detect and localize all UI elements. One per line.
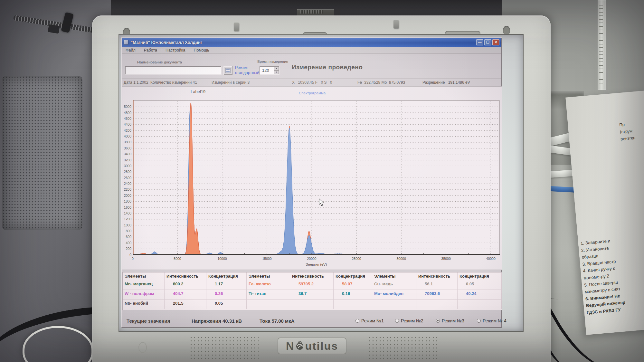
table-header: Интенсивность: [416, 272, 458, 280]
x-tick-label: 20000: [302, 257, 321, 261]
bag-mesh-pocket: [2, 76, 82, 230]
menu-item-0[interactable]: Файл: [126, 48, 136, 52]
y-tick-label: 1400: [122, 211, 131, 215]
y-tick-label: 2400: [122, 182, 131, 186]
spin-up-icon[interactable]: ▲: [274, 67, 279, 71]
x-tick-label: 15000: [257, 257, 277, 261]
y-tick-label: 400: [122, 241, 131, 245]
table-cell-conc: 0.05: [458, 280, 502, 290]
info-item: X= 10303.45 F= 0 S= 0: [292, 80, 332, 85]
mode-radio-3[interactable]: Режим №3: [436, 318, 464, 323]
sheet-fragment-text: Пр(стружрентген: [619, 118, 644, 143]
radio-icon[interactable]: [355, 319, 359, 323]
zipper-slider: [48, 24, 60, 33]
y-tick-label: 3000: [122, 164, 131, 168]
table-cell-intensity: [290, 300, 334, 309]
mouse-cursor: [319, 198, 325, 207]
menu-item-2[interactable]: Настройка: [166, 48, 185, 52]
y-tick-label: 2200: [122, 187, 131, 191]
window-title: "Магний" Южполиметалл Холдинг: [131, 40, 202, 45]
info-line: Дата 1:1.2002Количество измерений 41Изме…: [122, 78, 501, 86]
laptop-logo-plate: N utilus: [278, 338, 346, 354]
y-tick-label: 5000: [122, 105, 131, 109]
mode-radio-2[interactable]: Режим №2: [395, 318, 423, 323]
y-tick-label: 2000: [122, 194, 131, 197]
x-tick-label: 5000: [168, 257, 187, 261]
table-cell-conc: 0.16: [334, 290, 372, 300]
y-tick-label: 3600: [122, 146, 131, 150]
table-header: Элементы: [372, 272, 416, 280]
table-cell-conc: 1.17: [206, 280, 247, 290]
spectrum-red-fe-region: [133, 103, 500, 255]
mode-radio-4[interactable]: Режим № 4: [477, 318, 507, 323]
y-tick-label: 4000: [122, 134, 131, 138]
current-values-label: Текущие значения: [127, 318, 170, 324]
y-tick-label: 2800: [122, 170, 131, 174]
menu-item-3[interactable]: Помощь: [194, 48, 209, 52]
y-tick-label: 3400: [122, 152, 131, 156]
document-name-input[interactable]: [125, 66, 222, 75]
info-item: Дата 1:1.2002: [124, 80, 148, 85]
app-icon: [124, 40, 128, 45]
voltage-value: Напряжения 40.31 кВ: [192, 318, 242, 324]
y-tick-label: 1800: [122, 199, 131, 203]
x-tick-label: 35000: [436, 257, 456, 261]
table-cell-intensity: 36.7: [290, 290, 334, 300]
app-window: "Магний" Южполиметалл Холдинг — ❐ ✕ Файл…: [121, 37, 502, 328]
radio-icon[interactable]: [436, 319, 440, 323]
radio-icon[interactable]: [395, 319, 399, 323]
x-tick-label: 10000: [213, 257, 232, 261]
y-tick-label: 1000: [122, 223, 131, 227]
measurement-status-text: Измерение проведено: [292, 64, 363, 71]
mode-radio-1[interactable]: Режим №1: [355, 318, 384, 323]
mode-radio-label: Режим № 4: [483, 318, 507, 323]
minimize-button[interactable]: —: [476, 39, 483, 45]
y-tick-label: 4400: [122, 122, 131, 126]
lid-latch: [234, 23, 239, 31]
radio-icon[interactable]: [477, 319, 481, 323]
table-cell-intensity: [416, 300, 458, 309]
y-tick-label: 1600: [122, 205, 131, 209]
y-tick-label: 600: [122, 235, 131, 239]
table-cell-intensity: 59705.2: [290, 280, 334, 290]
y-tick-label: 0: [122, 253, 131, 257]
bezel-screw-cover: [138, 342, 147, 353]
menu-item-1[interactable]: Работа: [144, 48, 157, 52]
table-cell-conc: [334, 300, 372, 309]
title-bar[interactable]: "Магний" Южполиметалл Холдинг — ❐ ✕: [122, 38, 501, 47]
grid-icon: [225, 68, 231, 73]
nautilus-logo-icon: [295, 341, 305, 351]
brand-letter: N: [286, 340, 295, 352]
y-tick-label: 3800: [122, 140, 131, 144]
spectrogram-plot[interactable]: [133, 100, 500, 255]
measure-time-stepper[interactable]: 120 ▲ ▼: [260, 66, 279, 75]
speaker-grille-right: [368, 336, 437, 361]
y-tick-label: 800: [122, 229, 131, 233]
table-cell-intensity: 201.5: [165, 300, 206, 309]
table-header: Концентрация: [458, 272, 502, 280]
x-tick-label: 40000: [481, 257, 500, 261]
speaker-grille-left: [189, 336, 259, 361]
table-cell-el: Cu- медь: [372, 280, 416, 290]
elements-table: ЭлементыИнтенсивностьКонцентрацияЭлемент…: [122, 272, 502, 310]
mode-button[interactable]: [223, 66, 232, 75]
table-cell-el: Fe- железо: [247, 280, 290, 290]
current-value: Тока 57.00 мкА: [260, 318, 295, 324]
table-cell-conc: 58.07: [334, 280, 372, 290]
brand-rest: utilus: [305, 340, 338, 352]
info-item: Количество измерений 41: [150, 80, 197, 85]
spectrogram-panel: Label19 Спектрограмма 020040060080010001…: [122, 86, 502, 270]
close-button[interactable]: ✕: [492, 39, 499, 45]
table-header: Интенсивность: [290, 272, 334, 280]
x-tick-label: 25000: [347, 257, 366, 261]
mode-radio-label: Режим №3: [442, 318, 464, 323]
x-tick-label: 0: [123, 257, 142, 261]
spin-down-icon[interactable]: ▼: [274, 71, 279, 74]
document-name-label: Наименование документа: [137, 60, 182, 64]
table-cell-intensity: 56.1: [416, 280, 458, 290]
restore-button[interactable]: ❐: [484, 39, 491, 45]
table-header: Концентрация: [334, 272, 372, 280]
table-cell-el: Nb- ниобий: [123, 300, 165, 309]
table-cell-el: [372, 300, 416, 309]
table-cell-intensity: 70963.6: [416, 290, 458, 300]
